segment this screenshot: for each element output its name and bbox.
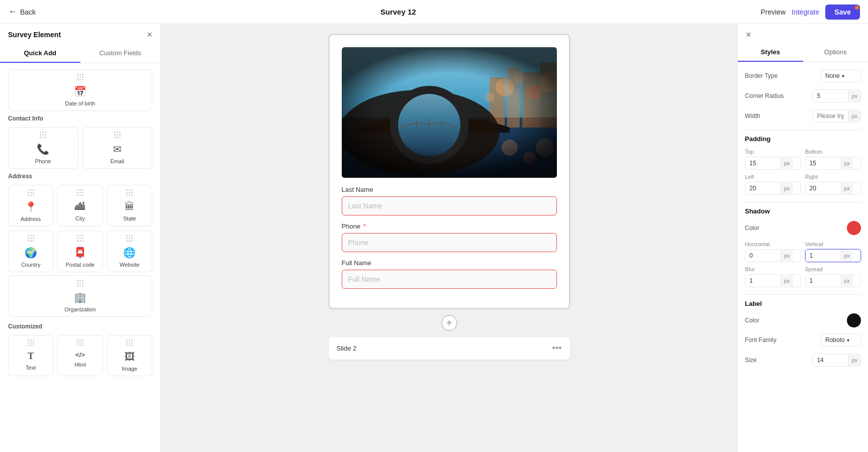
- elem-date-of-birth[interactable]: 📅 Date of birth: [8, 69, 152, 111]
- org-section: 🏢 Organization: [8, 275, 152, 317]
- elem-state[interactable]: 🏛 State: [107, 185, 152, 227]
- shadow-vertical-field[interactable]: [806, 250, 841, 262]
- tab-options[interactable]: Options: [803, 43, 869, 62]
- padding-right-item: Right px: [805, 174, 861, 195]
- shadow-vertical-label: Vertical: [805, 241, 861, 247]
- tab-custom-fields[interactable]: Custom Fields: [80, 44, 161, 63]
- notification-dot: [855, 6, 859, 10]
- padding-right-label: Right: [805, 174, 861, 180]
- font-size-input[interactable]: px: [812, 354, 861, 367]
- drag-handle: [77, 74, 83, 80]
- drag-handle: [77, 280, 83, 286]
- last-name-label: Last Name: [342, 186, 557, 193]
- label-color-swatch[interactable]: [847, 313, 861, 327]
- chevron-down-icon: ▾: [847, 337, 849, 343]
- back-label: Back: [20, 8, 36, 16]
- font-size-field[interactable]: [813, 354, 848, 366]
- save-button[interactable]: Save: [825, 5, 860, 20]
- border-type-label: Border Type: [745, 72, 778, 79]
- corner-radius-unit: px: [848, 90, 860, 101]
- full-name-input[interactable]: [342, 270, 557, 289]
- add-slide-button[interactable]: +: [441, 315, 457, 331]
- preview-button[interactable]: Preview: [760, 8, 786, 16]
- slide-bar-menu-icon[interactable]: •••: [552, 343, 562, 354]
- html-icon: </>: [75, 351, 85, 359]
- width-field[interactable]: [813, 110, 848, 122]
- elem-postal-code[interactable]: 📮 Postal code: [57, 231, 103, 272]
- shadow-blur-field[interactable]: [745, 275, 781, 287]
- font-size-unit: px: [848, 355, 860, 366]
- canvas-area: Last Name Phone * Full Name + Slide 2 ••…: [161, 24, 737, 452]
- topbar: ← Back Survey 12 Preview Integrate Save: [0, 0, 868, 24]
- corner-radius-label: Corner Radius: [745, 92, 784, 99]
- slide-card: Last Name Phone * Full Name: [329, 34, 570, 309]
- left-panel-tabs: Quick Add Custom Fields: [0, 44, 160, 63]
- divider-1: [745, 130, 861, 130]
- tab-quick-add[interactable]: Quick Add: [0, 44, 80, 63]
- back-button[interactable]: ← Back: [8, 7, 36, 17]
- padding-bottom-unit: px: [841, 158, 853, 169]
- width-input[interactable]: px: [812, 109, 861, 123]
- padding-right-unit: px: [841, 183, 853, 194]
- html-label: Html: [74, 362, 86, 368]
- padding-top-input[interactable]: px: [745, 157, 801, 170]
- elem-html[interactable]: </> Html: [57, 335, 103, 376]
- padding-right-field[interactable]: [806, 182, 841, 194]
- right-panel-header: ×: [738, 24, 868, 39]
- close-right-panel-button[interactable]: ×: [746, 30, 751, 39]
- padding-left-input[interactable]: px: [745, 182, 801, 195]
- drag-handle: [126, 189, 133, 196]
- integrate-button[interactable]: Integrate: [792, 8, 819, 16]
- postal-code-icon: 📮: [74, 247, 86, 259]
- shadow-horizontal-input[interactable]: px: [745, 249, 801, 262]
- width-label: Width: [745, 112, 760, 120]
- state-icon: 🏛: [125, 201, 135, 212]
- drag-handle: [77, 235, 83, 242]
- elem-phone[interactable]: 📞 Phone: [8, 127, 78, 169]
- elem-website[interactable]: 🌐 Website: [107, 231, 152, 272]
- elem-city[interactable]: 🏙 City: [57, 185, 103, 227]
- shadow-blur-input[interactable]: px: [745, 274, 801, 287]
- shadow-color-swatch[interactable]: [847, 221, 861, 235]
- elem-country[interactable]: 🌍 Country: [8, 231, 53, 272]
- padding-left-field[interactable]: [745, 182, 781, 194]
- shadow-color-label: Color: [745, 224, 759, 232]
- drag-handle: [28, 189, 34, 196]
- elem-email[interactable]: ✉ Email: [82, 127, 153, 169]
- shadow-horizontal-field[interactable]: [745, 250, 781, 262]
- close-left-panel-button[interactable]: ×: [147, 30, 152, 39]
- shadow-spread-input[interactable]: px: [805, 274, 861, 287]
- elem-text[interactable]: T Text: [8, 335, 53, 376]
- drag-handle: [77, 340, 83, 346]
- postal-code-label: Postal code: [66, 262, 94, 268]
- country-icon: 🌍: [25, 247, 37, 259]
- padding-bottom-input[interactable]: px: [805, 157, 861, 170]
- padding-left-item: Left px: [745, 174, 801, 195]
- corner-radius-field[interactable]: [813, 90, 848, 102]
- padding-top-field[interactable]: [745, 157, 781, 169]
- font-size-label: Size: [745, 357, 756, 364]
- drag-handle: [126, 235, 133, 242]
- drag-handle: [40, 132, 46, 138]
- font-family-select[interactable]: Roboto ▾: [821, 333, 861, 347]
- topbar-actions: Preview Integrate Save: [760, 5, 860, 20]
- image-icon: 🖼: [125, 351, 135, 363]
- border-type-select[interactable]: None ▾: [821, 69, 861, 82]
- padding-bottom-field[interactable]: [806, 157, 841, 169]
- drag-handle: [28, 235, 34, 242]
- padding-right-input[interactable]: px: [805, 182, 861, 195]
- corner-radius-input[interactable]: px: [812, 89, 861, 102]
- last-name-input[interactable]: [342, 196, 557, 215]
- shadow-spread-field[interactable]: [806, 275, 841, 287]
- required-star: *: [361, 222, 366, 230]
- tab-styles[interactable]: Styles: [738, 43, 803, 62]
- shadow-vertical-input[interactable]: px: [805, 249, 861, 262]
- elem-image[interactable]: 🖼 Image: [107, 335, 152, 376]
- elem-address[interactable]: 📍 Address: [8, 185, 53, 227]
- elem-organization[interactable]: 🏢 Organization: [8, 275, 152, 317]
- shadow-vertical-unit: px: [841, 250, 853, 261]
- phone-input[interactable]: [342, 233, 557, 252]
- address-label: Address: [21, 216, 41, 222]
- label-section-header: Label: [745, 300, 861, 307]
- contact-info-section-title: Contact Info: [8, 115, 152, 122]
